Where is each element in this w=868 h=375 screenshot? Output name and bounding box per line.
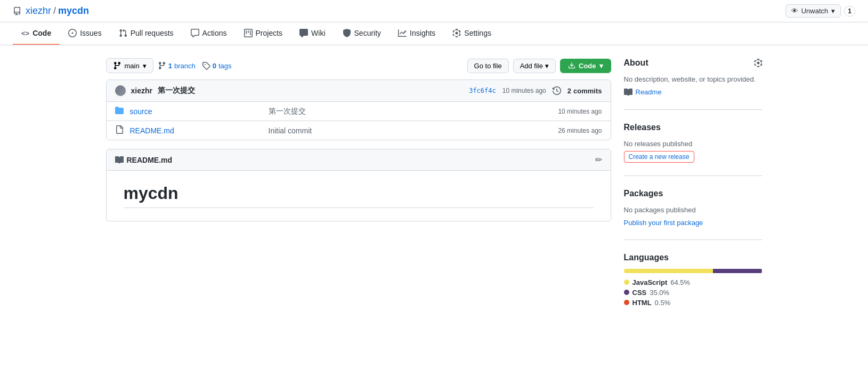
no-releases-text: No releases published <box>624 139 762 149</box>
history-icon <box>553 86 561 95</box>
issues-icon <box>68 29 77 37</box>
commit-avatar <box>115 85 126 96</box>
branch-selector[interactable]: main ▾ <box>106 58 153 73</box>
code-icon: <> <box>21 29 29 37</box>
commit-time: 10 minutes ago <box>502 87 546 94</box>
releases-title: Releases <box>624 123 661 132</box>
code-button[interactable]: Code ▾ <box>560 59 611 73</box>
lang-bar-css <box>713 269 761 273</box>
js-lang-dot <box>624 280 629 285</box>
commit-header: xiezhr 第一次提交 3fc6f4c 10 minutes ago 2 co… <box>107 80 611 102</box>
readme-box: README.md ✏ mycdn <box>106 149 611 221</box>
publish-package-link[interactable]: Publish your first package <box>624 219 762 227</box>
html-lang-name[interactable]: HTML <box>632 299 652 307</box>
nav-item-issues[interactable]: Issues <box>60 22 110 45</box>
code-label: Code <box>579 62 596 70</box>
nav-issues-label: Issues <box>80 29 101 37</box>
readme-heading: mycdn <box>124 183 594 208</box>
commit-hash[interactable]: 3fc6f4c <box>469 87 496 94</box>
nav-item-projects[interactable]: Projects <box>236 22 291 45</box>
repo-nav: <> Code Issues Pull requests Actions Pro… <box>0 22 868 45</box>
about-text: No description, website, or topics provi… <box>624 74 762 85</box>
css-lang-name[interactable]: CSS <box>632 289 647 297</box>
nav-item-settings[interactable]: Settings <box>444 22 500 45</box>
eye-icon: 👁 <box>791 7 798 15</box>
unwatch-button[interactable]: 👁 Unwatch ▾ <box>785 4 841 18</box>
file-time-source: 10 minutes ago <box>558 108 602 115</box>
nav-wiki-label: Wiki <box>311 29 325 37</box>
nav-item-code[interactable]: <> Code <box>13 22 60 45</box>
actions-icon <box>191 29 199 37</box>
add-file-dropdown-icon: ▾ <box>545 62 549 70</box>
file-name-readme[interactable]: README.md <box>130 126 269 135</box>
commit-message: 第一次提交 <box>158 86 195 95</box>
readme-sidebar-link[interactable]: Readme <box>624 88 762 97</box>
unwatch-count: 1 <box>844 6 855 17</box>
file-table: xiezhr 第一次提交 3fc6f4c 10 minutes ago 2 co… <box>106 79 611 140</box>
insights-icon <box>398 29 407 37</box>
commit-header-left: xiezhr 第一次提交 <box>115 85 195 96</box>
nav-item-pull-requests[interactable]: Pull requests <box>110 22 182 45</box>
packages-section-title: Packages <box>624 189 762 198</box>
readme-sidebar-label: Readme <box>636 88 662 96</box>
commit-header-right: 3fc6f4c 10 minutes ago 2 commits <box>469 86 602 95</box>
branch-count-link[interactable]: 1 branch <box>158 61 196 70</box>
code-dropdown-icon: ▾ <box>599 62 603 70</box>
commits-label: commits <box>573 87 602 95</box>
file-name-source[interactable]: source <box>130 107 269 116</box>
edit-icon[interactable]: ✏ <box>595 155 602 165</box>
html-lang-pct: 0.5% <box>655 299 671 307</box>
nav-item-wiki[interactable]: Wiki <box>291 22 334 45</box>
nav-projects-label: Projects <box>256 29 283 37</box>
css-lang-dot <box>624 290 629 295</box>
commit-author[interactable]: xiezhr <box>131 86 152 95</box>
nav-security-label: Security <box>354 29 382 37</box>
repo-owner-link[interactable]: xiezhr <box>26 5 51 17</box>
goto-file-button[interactable]: Go to file <box>467 59 509 73</box>
wiki-icon <box>299 29 308 37</box>
readme-header: README.md ✏ <box>107 149 611 171</box>
sidebar-about: About No description, website, or topics… <box>624 58 762 110</box>
repo-name-link[interactable]: mycdn <box>58 5 89 17</box>
file-time-readme: 26 minutes ago <box>558 127 602 134</box>
create-release-button[interactable]: Create a new release <box>624 151 694 163</box>
about-section-title: About <box>624 58 762 68</box>
language-list: JavaScript 64.5% CSS 35.0% HTML 0.5% <box>624 278 762 307</box>
readme-title: README.md <box>127 156 173 164</box>
book-icon <box>115 156 124 164</box>
repo-title: xiezhr / mycdn <box>26 5 89 17</box>
tag-label: tags <box>218 62 232 70</box>
nav-code-label: Code <box>33 29 51 37</box>
branch-dropdown-icon: ▾ <box>143 62 147 70</box>
table-row: README.md Initial commit 26 minutes ago <box>107 121 611 140</box>
file-msg-readme: Initial commit <box>269 126 558 135</box>
main-container: main ▾ 1 branch 0 tags Go to file Add fi… <box>93 45 775 345</box>
repo-icon <box>13 7 21 15</box>
add-file-label: Add file <box>520 62 543 70</box>
css-lang-pct: 35.0% <box>650 289 669 297</box>
nav-item-insights[interactable]: Insights <box>390 22 444 45</box>
about-title: About <box>624 58 648 68</box>
nav-insights-label: Insights <box>410 29 435 37</box>
branch-right: Go to file Add file ▾ Code ▾ <box>467 59 611 73</box>
nav-settings-label: Settings <box>464 29 491 37</box>
add-file-button[interactable]: Add file ▾ <box>513 59 556 73</box>
nav-item-actions[interactable]: Actions <box>182 22 236 45</box>
file-icon <box>115 125 126 135</box>
book-sidebar-icon <box>624 88 632 97</box>
releases-section-title: Releases <box>624 123 762 132</box>
sidebar-languages: Languages JavaScript 64.5% CSS 35.0% <box>624 253 762 320</box>
branch-count: 1 <box>168 62 172 70</box>
languages-title: Languages <box>624 253 669 262</box>
tag-count-link[interactable]: 0 tags <box>202 61 232 70</box>
js-lang-name[interactable]: JavaScript <box>632 278 668 286</box>
languages-section-title: Languages <box>624 253 762 262</box>
tag-count: 0 <box>213 62 216 70</box>
settings-icon <box>452 29 461 37</box>
commits-link[interactable]: 2 commits <box>567 87 602 95</box>
nav-item-security[interactable]: Security <box>334 22 390 45</box>
repo-content: main ▾ 1 branch 0 tags Go to file Add fi… <box>106 58 611 332</box>
projects-icon <box>244 29 253 37</box>
avatar-img <box>115 85 126 96</box>
gear-icon[interactable] <box>754 59 762 67</box>
